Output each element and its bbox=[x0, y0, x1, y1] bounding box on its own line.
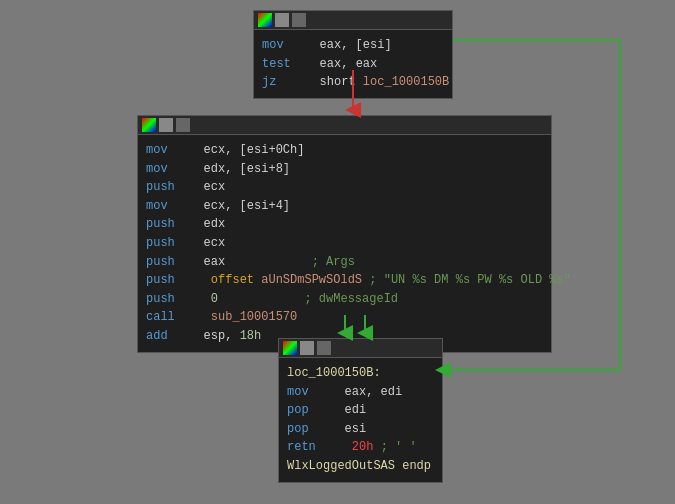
code-text: short bbox=[284, 75, 363, 89]
color-icon bbox=[258, 13, 272, 27]
code-line: push ecx bbox=[146, 234, 543, 253]
code-line: mov ecx, [esi+4] bbox=[146, 197, 543, 216]
code-line: push 0 ; dwMessageId bbox=[146, 290, 543, 309]
color-icon bbox=[283, 341, 297, 355]
keyword: mov bbox=[262, 38, 284, 52]
list-icon bbox=[292, 13, 306, 27]
code-line: mov ecx, [esi+0Ch] bbox=[146, 141, 543, 160]
keyword: jz bbox=[262, 75, 276, 89]
code-line: push edx bbox=[146, 215, 543, 234]
color-icon bbox=[142, 118, 156, 132]
top-block-header bbox=[254, 11, 452, 30]
middle-block: mov ecx, [esi+0Ch] mov edx, [esi+8] push… bbox=[137, 115, 552, 353]
code-line: push offset aUnSDmSPwSOldS ; "UN %s DM %… bbox=[146, 271, 543, 290]
bottom-block-code: loc_1000150B: mov eax, edi pop edi pop e… bbox=[279, 358, 442, 482]
middle-block-code: mov ecx, [esi+0Ch] mov edx, [esi+8] push… bbox=[138, 135, 551, 352]
code-line: loc_1000150B: bbox=[287, 364, 434, 383]
code-line: pop esi bbox=[287, 420, 434, 439]
code-line: call sub_10001570 bbox=[146, 308, 543, 327]
middle-block-header bbox=[138, 116, 551, 135]
graph-icon bbox=[159, 118, 173, 132]
bottom-block: loc_1000150B: mov eax, edi pop edi pop e… bbox=[278, 338, 443, 483]
address: loc_1000150B bbox=[363, 75, 449, 89]
top-block-code: mov eax, [esi] test eax, eax jz short lo… bbox=[254, 30, 452, 98]
bottom-block-header bbox=[279, 339, 442, 358]
code-line: test eax, eax bbox=[262, 55, 444, 74]
graph-icon bbox=[275, 13, 289, 27]
code-line: mov eax, [esi] bbox=[262, 36, 444, 55]
list-icon bbox=[317, 341, 331, 355]
code-line: mov eax, edi bbox=[287, 383, 434, 402]
code-text: eax, eax bbox=[298, 57, 377, 71]
code-line: jz short loc_1000150B bbox=[262, 73, 444, 92]
list-icon bbox=[176, 118, 190, 132]
top-block: mov eax, [esi] test eax, eax jz short lo… bbox=[253, 10, 453, 99]
keyword: test bbox=[262, 57, 291, 71]
code-line: pop edi bbox=[287, 401, 434, 420]
code-line: push ecx bbox=[146, 178, 543, 197]
code-line: retn 20h ; ' ' bbox=[287, 438, 434, 457]
code-line: mov edx, [esi+8] bbox=[146, 160, 543, 179]
code-line: WlxLoggedOutSAS endp bbox=[287, 457, 434, 476]
code-text: eax, [esi] bbox=[291, 38, 392, 52]
code-line: push eax ; Args bbox=[146, 253, 543, 272]
graph-icon bbox=[300, 341, 314, 355]
